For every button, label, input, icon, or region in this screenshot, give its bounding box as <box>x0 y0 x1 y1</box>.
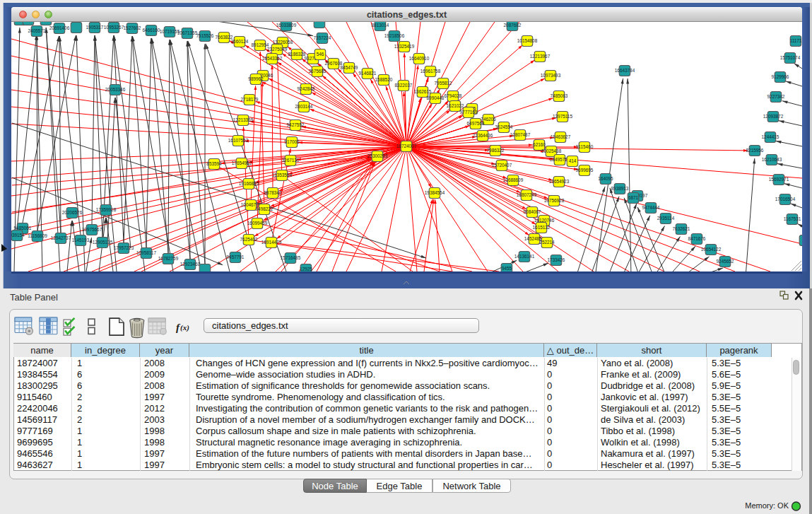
svg-text:13975115: 13975115 <box>553 114 572 119</box>
svg-text:12213369: 12213369 <box>233 117 254 122</box>
svg-text:18724007: 18724007 <box>396 144 417 148</box>
svg-text:8878342: 8878342 <box>264 190 282 195</box>
svg-text:11353594: 11353594 <box>272 173 292 177</box>
svg-text:8813014: 8813014 <box>372 23 389 28</box>
svg-text:7357224: 7357224 <box>314 35 331 40</box>
svg-text:3624554: 3624554 <box>495 124 513 129</box>
svg-text:9146821: 9146821 <box>359 71 377 76</box>
svg-text:6871: 6871 <box>628 195 639 200</box>
svg-text:8322037: 8322037 <box>395 83 413 88</box>
svg-text:16643784: 16643784 <box>615 68 635 73</box>
svg-text:13325419: 13325419 <box>394 44 415 49</box>
svg-text:9777169: 9777169 <box>460 110 478 115</box>
svg-text:12942737: 12942737 <box>51 235 71 240</box>
svg-text:9227342: 9227342 <box>767 94 785 99</box>
svg-text:19166825: 19166825 <box>239 181 259 186</box>
svg-text:164095: 164095 <box>598 176 613 181</box>
svg-text:7625402: 7625402 <box>240 237 258 242</box>
svg-text:414: 414 <box>569 158 577 163</box>
svg-text:17654952: 17654952 <box>232 160 252 165</box>
svg-text:1145193: 1145193 <box>72 238 90 243</box>
svg-text:1588520: 1588520 <box>375 77 393 82</box>
svg-text:10756928: 10756928 <box>544 198 565 203</box>
svg-text:15716485: 15716485 <box>281 255 301 260</box>
svg-text:1615132: 1615132 <box>533 225 551 230</box>
svg-text:8990448: 8990448 <box>427 95 445 100</box>
svg-text:14136141: 14136141 <box>514 254 535 259</box>
svg-text:16099459: 16099459 <box>247 221 268 226</box>
svg-text:9498222: 9498222 <box>256 206 273 211</box>
svg-text:917006: 917006 <box>284 139 300 144</box>
svg-text:9455: 9455 <box>502 266 512 271</box>
svg-text:1167531: 1167531 <box>784 216 801 221</box>
svg-text:20206576: 20206576 <box>62 210 83 215</box>
svg-text:17957223: 17957223 <box>114 245 134 250</box>
svg-text:1905317: 1905317 <box>86 25 104 30</box>
svg-text:2718179: 2718179 <box>241 97 259 102</box>
svg-text:8186328: 8186328 <box>288 52 306 57</box>
svg-text:2405571: 2405571 <box>28 28 46 33</box>
svg-text:10671355: 10671355 <box>177 30 198 35</box>
svg-text:62160: 62160 <box>533 142 546 147</box>
svg-text:1244415: 1244415 <box>762 134 779 139</box>
svg-text:16961758: 16961758 <box>420 69 441 74</box>
svg-text:20691406: 20691406 <box>49 25 70 30</box>
svg-text:10807487: 10807487 <box>510 132 531 137</box>
svg-text:7955812: 7955812 <box>435 81 452 86</box>
svg-text:2087682: 2087682 <box>504 23 522 28</box>
svg-text:19218506: 19218506 <box>384 33 405 38</box>
svg-text:3660124: 3660124 <box>231 39 249 44</box>
svg-text:25300293: 25300293 <box>367 153 388 158</box>
svg-text:10688609: 10688609 <box>503 177 524 182</box>
svg-text:16107552: 16107552 <box>228 138 249 143</box>
svg-text:3267130: 3267130 <box>282 158 300 163</box>
svg-text:21364436: 21364436 <box>473 133 493 138</box>
svg-text:15751074: 15751074 <box>780 55 801 60</box>
svg-text:6794028: 6794028 <box>445 93 462 98</box>
svg-text:12923468: 12923468 <box>180 262 201 267</box>
svg-text:9699695: 9699695 <box>576 168 594 173</box>
svg-text:7632621: 7632621 <box>673 226 690 231</box>
svg-text:19463627: 19463627 <box>551 134 571 139</box>
svg-text:9242848: 9242848 <box>298 86 315 91</box>
svg-text:20053346: 20053346 <box>105 87 126 92</box>
svg-text:10154808: 10154808 <box>517 38 538 43</box>
svg-text:18807249: 18807249 <box>517 192 537 197</box>
svg-text:939154: 939154 <box>11 233 25 238</box>
svg-text:23275049: 23275049 <box>267 47 288 52</box>
svg-text:9474444: 9474444 <box>642 205 660 210</box>
svg-text:8454749: 8454749 <box>341 65 358 70</box>
svg-text:10958117: 10958117 <box>136 250 156 255</box>
svg-text:19654923: 19654923 <box>549 179 570 184</box>
svg-text:11156809: 11156809 <box>28 233 47 238</box>
svg-text:853594: 853594 <box>206 161 222 166</box>
svg-text:10973493: 10973493 <box>541 73 561 78</box>
svg-text:17359928: 17359928 <box>96 207 117 212</box>
svg-text:10654122: 10654122 <box>701 247 722 252</box>
svg-text:1362615: 1362615 <box>414 89 432 94</box>
svg-text:9115460: 9115460 <box>576 144 594 149</box>
svg-text:16543362: 16543362 <box>262 56 283 61</box>
svg-text:12093872: 12093872 <box>763 114 784 119</box>
svg-text:7485063: 7485063 <box>551 93 568 98</box>
svg-text:16210643: 16210643 <box>762 157 782 162</box>
svg-text:9427552: 9427552 <box>287 122 305 127</box>
svg-text:10953267: 10953267 <box>104 25 124 30</box>
svg-text:2935114: 2935114 <box>657 216 675 221</box>
svg-text:12925: 12925 <box>300 267 312 271</box>
svg-text:9457791: 9457791 <box>227 255 245 259</box>
svg-text:1733426: 1733426 <box>548 257 565 262</box>
svg-text:10975667: 10975667 <box>82 227 102 232</box>
svg-text:16782759: 16782759 <box>158 256 179 261</box>
svg-text:12905135: 12905135 <box>93 240 113 245</box>
svg-text:17016504: 17016504 <box>775 197 796 201</box>
svg-text:10025438: 10025438 <box>541 148 562 153</box>
svg-text:7986322: 7986322 <box>487 148 505 153</box>
svg-text:1621022: 1621022 <box>447 103 464 108</box>
svg-text:989962: 989962 <box>248 76 264 81</box>
svg-text:16914479: 16914479 <box>261 240 282 245</box>
svg-text:9084067: 9084067 <box>524 209 541 214</box>
svg-text:9245652: 9245652 <box>717 259 734 264</box>
svg-text:9129966: 9129966 <box>772 74 789 79</box>
svg-text:16640910: 16640910 <box>409 56 430 61</box>
